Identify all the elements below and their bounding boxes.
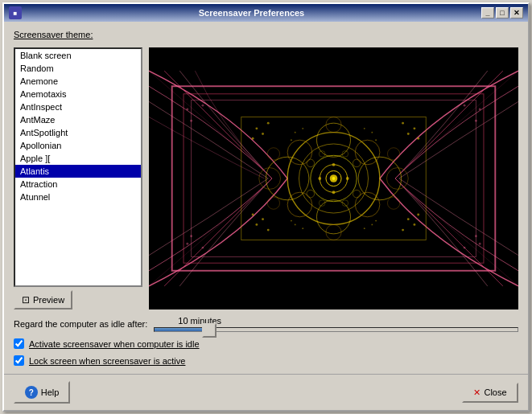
svg-point-72: [475, 120, 477, 122]
preview-button[interactable]: ⊡ Preview: [14, 290, 72, 309]
list-item-apple[interactable]: Apple ][: [15, 152, 141, 165]
slider-thumb[interactable]: [202, 323, 217, 338]
close-icon: ✕: [473, 387, 480, 398]
preview-icon: ⊡: [22, 294, 30, 305]
screensaver-preferences-window: ■ Screensaver Preferences _ □ ✕ Screensa…: [2, 2, 530, 412]
svg-point-80: [318, 177, 321, 180]
lock-checkbox[interactable]: [14, 355, 24, 366]
titlebar-controls: _ □ ✕: [481, 7, 523, 18]
list-item-apollonian[interactable]: Apollonian: [15, 139, 141, 152]
activate-checkbox-row: Activate screensaver when computer is id…: [14, 338, 518, 349]
svg-point-43: [413, 127, 415, 129]
close-button[interactable]: ✕: [510, 7, 523, 18]
svg-point-79: [332, 177, 336, 180]
svg-point-41: [267, 122, 270, 125]
svg-point-60: [375, 139, 377, 141]
bottom-bar: ? Help ✕ Close: [4, 374, 528, 410]
list-item-atlantis[interactable]: Atlantis: [15, 165, 141, 178]
svg-point-75: [190, 235, 192, 237]
window-title: Screensaver Preferences: [22, 8, 481, 18]
svg-point-76: [479, 243, 481, 245]
svg-point-51: [413, 223, 415, 226]
svg-point-47: [255, 223, 258, 226]
svg-point-50: [252, 214, 254, 216]
svg-point-66: [375, 220, 377, 222]
svg-point-62: [302, 227, 303, 229]
list-item-attraction[interactable]: Attraction: [15, 178, 141, 191]
svg-point-49: [267, 229, 270, 232]
list-item-anemotaxis[interactable]: Anemotaxis: [15, 88, 141, 100]
help-button[interactable]: ? Help: [14, 381, 70, 404]
svg-point-68: [202, 105, 204, 107]
svg-point-45: [402, 122, 404, 125]
activate-checkbox[interactable]: [14, 338, 24, 349]
list-item-antinspect[interactable]: AntInspect: [15, 100, 141, 113]
svg-point-53: [402, 229, 404, 232]
idle-label: Regard the computer as idle after:: [14, 319, 147, 329]
svg-point-61: [295, 223, 296, 225]
preview-area: [149, 47, 518, 309]
svg-point-81: [346, 177, 349, 180]
svg-point-57: [291, 139, 292, 141]
svg-point-59: [364, 128, 365, 129]
svg-point-56: [302, 128, 303, 129]
help-button-label: Help: [41, 387, 60, 397]
list-container: Blank screenRandomAnemoneAnemotaxisAntIn…: [14, 47, 142, 309]
lock-checkbox-row: Lock screen when screensaver is active: [14, 355, 518, 366]
preview-button-label: Preview: [33, 295, 64, 305]
svg-point-48: [262, 218, 264, 220]
atlantis-preview-svg: [149, 47, 518, 309]
list-item-antspotlight[interactable]: AntSpotlight: [15, 126, 141, 139]
svg-point-39: [255, 127, 258, 129]
lock-label[interactable]: Lock screen when screensaver is active: [29, 356, 185, 366]
list-item-atunnel[interactable]: Atunnel: [15, 191, 141, 203]
screensaver-list[interactable]: Blank screenRandomAnemoneAnemotaxisAntIn…: [14, 47, 142, 287]
theme-label: Screensaver theme:: [14, 30, 518, 39]
minimize-button[interactable]: _: [481, 7, 494, 18]
window-icon: ■: [9, 6, 22, 19]
svg-point-82: [332, 163, 336, 166]
svg-point-58: [371, 132, 373, 133]
titlebar: ■ Screensaver Preferences _ □ ✕: [4, 4, 528, 22]
svg-point-70: [479, 109, 481, 111]
svg-point-46: [417, 137, 419, 140]
list-item-random[interactable]: Random: [15, 62, 141, 75]
svg-point-44: [407, 133, 410, 135]
slider-container: 10 minutes: [154, 316, 518, 332]
svg-point-52: [407, 218, 410, 220]
idle-section: Regard the computer as idle after: 10 mi…: [14, 316, 518, 332]
svg-point-65: [364, 227, 365, 229]
svg-point-67: [186, 109, 188, 111]
slider-fill: [155, 328, 209, 331]
main-area: Blank screenRandomAnemoneAnemotaxisAntIn…: [14, 47, 518, 309]
svg-point-78: [475, 235, 477, 237]
svg-point-42: [252, 137, 254, 140]
content-area: Screensaver theme: Blank screenRandomAne…: [4, 22, 528, 374]
svg-point-74: [202, 247, 204, 249]
svg-point-77: [464, 247, 466, 249]
svg-point-55: [295, 132, 296, 133]
idle-slider-track[interactable]: [154, 327, 518, 332]
activate-label[interactable]: Activate screensaver when computer is id…: [29, 339, 200, 349]
maximize-button[interactable]: □: [496, 7, 509, 18]
list-item-blank[interactable]: Blank screen: [15, 49, 141, 62]
list-item-anemone[interactable]: Anemone: [15, 75, 141, 88]
help-icon: ?: [25, 386, 38, 399]
svg-point-71: [464, 105, 466, 107]
svg-point-83: [332, 191, 336, 194]
svg-point-63: [291, 220, 292, 222]
close-button[interactable]: ✕ Close: [462, 383, 518, 403]
svg-point-40: [262, 133, 264, 135]
list-item-antmaze[interactable]: AntMaze: [15, 113, 141, 126]
svg-point-64: [371, 223, 373, 225]
svg-point-69: [190, 120, 192, 122]
svg-point-54: [417, 214, 419, 216]
svg-point-73: [186, 243, 188, 245]
close-button-label: Close: [484, 387, 506, 397]
